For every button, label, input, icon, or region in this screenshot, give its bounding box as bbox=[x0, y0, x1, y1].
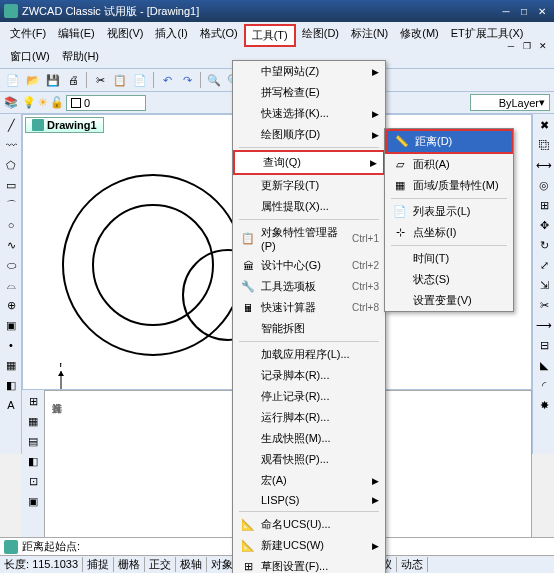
rectangle-icon[interactable]: ▭ bbox=[2, 176, 20, 194]
status-toggle[interactable]: 捕捉 bbox=[83, 557, 114, 572]
menu-item[interactable]: 记录脚本(R)... bbox=[233, 365, 385, 386]
menu-item[interactable]: 属性提取(X)... bbox=[233, 196, 385, 217]
status-toggle[interactable]: 正交 bbox=[145, 557, 176, 572]
submenu-item[interactable]: 📏距离(D) bbox=[385, 129, 513, 154]
status-toggle[interactable]: 栅格 bbox=[114, 557, 145, 572]
menu-item[interactable]: 帮助(H) bbox=[56, 47, 105, 66]
doc-restore-button[interactable]: ❐ bbox=[520, 40, 534, 52]
doc-minimize-button[interactable]: ─ bbox=[504, 40, 518, 52]
status-toggle[interactable]: 极轴 bbox=[176, 557, 207, 572]
submenu-item[interactable]: 时间(T) bbox=[385, 248, 513, 269]
rotate-icon[interactable]: ↻ bbox=[535, 236, 553, 254]
menu-item[interactable]: 加载应用程序(L)... bbox=[233, 344, 385, 365]
stretch-icon[interactable]: ⇲ bbox=[535, 276, 553, 294]
erase-icon[interactable]: ✖ bbox=[535, 116, 553, 134]
menu-item[interactable]: 查询(Q)▶ bbox=[233, 150, 385, 175]
ellipse-icon[interactable]: ⬭ bbox=[2, 256, 20, 274]
extend-icon[interactable]: ⟶ bbox=[535, 316, 553, 334]
menu-item[interactable]: 🏛设计中心(G)Ctrl+2 bbox=[233, 255, 385, 276]
panel-btn[interactable]: ▦ bbox=[24, 412, 42, 430]
menu-item[interactable]: 更新字段(T) bbox=[233, 175, 385, 196]
menu-item[interactable]: 格式(O) bbox=[194, 24, 244, 47]
copy-icon[interactable]: 📋 bbox=[111, 71, 129, 89]
menu-item[interactable]: 运行脚本(R)... bbox=[233, 407, 385, 428]
menu-item[interactable]: 工具(T) bbox=[244, 24, 296, 47]
layer-combo[interactable]: 0 bbox=[66, 95, 146, 111]
menu-item[interactable]: 📐命名UCS(U)... bbox=[233, 514, 385, 535]
move-icon[interactable]: ✥ bbox=[535, 216, 553, 234]
panel-btn[interactable]: ⊞ bbox=[24, 392, 42, 410]
panel-btn[interactable]: ◧ bbox=[24, 452, 42, 470]
submenu-item[interactable]: ▦面域/质量特性(M) bbox=[385, 175, 513, 196]
close-button[interactable]: ✕ bbox=[534, 4, 550, 18]
panel-btn[interactable]: ▣ bbox=[24, 492, 42, 510]
submenu-item[interactable]: 状态(S) bbox=[385, 269, 513, 290]
scale-icon[interactable]: ⤢ bbox=[535, 256, 553, 274]
menu-item[interactable]: 文件(F) bbox=[4, 24, 52, 47]
layer-icon[interactable]: 📚 bbox=[4, 96, 18, 109]
sun-icon[interactable]: ☀ bbox=[38, 96, 48, 109]
undo-icon[interactable]: ↶ bbox=[158, 71, 176, 89]
trim-icon[interactable]: ✂ bbox=[535, 296, 553, 314]
insert-icon[interactable]: ⊕ bbox=[2, 296, 20, 314]
menu-item[interactable]: 📐新建UCS(W)▶ bbox=[233, 535, 385, 556]
array-icon[interactable]: ⊞ bbox=[535, 196, 553, 214]
menu-item[interactable]: ⊞草图设置(F)... bbox=[233, 556, 385, 573]
break-icon[interactable]: ⊟ bbox=[535, 336, 553, 354]
maximize-button[interactable]: □ bbox=[516, 4, 532, 18]
fillet-icon[interactable]: ◜ bbox=[535, 376, 553, 394]
minimize-button[interactable]: ─ bbox=[498, 4, 514, 18]
status-toggle[interactable]: 动态 bbox=[397, 557, 428, 572]
submenu-item[interactable]: ⊹点坐标(I) bbox=[385, 222, 513, 243]
menu-item[interactable]: 📋对象特性管理器(P)Ctrl+1 bbox=[233, 222, 385, 255]
text-icon[interactable]: A bbox=[2, 396, 20, 414]
menu-item[interactable]: 宏(A)▶ bbox=[233, 470, 385, 491]
menu-item[interactable]: 智能拆图 bbox=[233, 318, 385, 339]
menu-item[interactable]: 窗口(W) bbox=[4, 47, 56, 66]
menu-item[interactable]: 中望网站(Z)▶ bbox=[233, 61, 385, 82]
doc-close-button[interactable]: ✕ bbox=[536, 40, 550, 52]
submenu-item[interactable]: 📄列表显示(L) bbox=[385, 201, 513, 222]
redo-icon[interactable]: ↷ bbox=[178, 71, 196, 89]
arc-icon[interactable]: ⌒ bbox=[2, 196, 20, 214]
panel-btn[interactable]: ▤ bbox=[24, 432, 42, 450]
offset-icon[interactable]: ◎ bbox=[535, 176, 553, 194]
menu-item[interactable]: 编辑(E) bbox=[52, 24, 101, 47]
menu-item[interactable]: 🖩快速计算器Ctrl+8 bbox=[233, 297, 385, 318]
menu-item[interactable]: 插入(I) bbox=[149, 24, 193, 47]
panel-btn[interactable]: ⊡ bbox=[24, 472, 42, 490]
explode-icon[interactable]: ✸ bbox=[535, 396, 553, 414]
menu-item[interactable]: 拼写检查(E) bbox=[233, 82, 385, 103]
submenu-item[interactable]: 设置变量(V) bbox=[385, 290, 513, 311]
circle-icon[interactable]: ○ bbox=[2, 216, 20, 234]
mirror-icon[interactable]: ⟷ bbox=[535, 156, 553, 174]
bulb-icon[interactable]: 💡 bbox=[22, 96, 36, 109]
new-icon[interactable]: 📄 bbox=[4, 71, 22, 89]
menu-item[interactable]: 🔧工具选项板Ctrl+3 bbox=[233, 276, 385, 297]
ellipse-arc-icon[interactable]: ⌓ bbox=[2, 276, 20, 294]
menu-item[interactable]: 观看快照(P)... bbox=[233, 449, 385, 470]
menu-item[interactable]: 生成快照(M)... bbox=[233, 428, 385, 449]
region-icon[interactable]: ◧ bbox=[2, 376, 20, 394]
menu-item[interactable]: 绘图顺序(D)▶ bbox=[233, 124, 385, 145]
menu-item[interactable]: 视图(V) bbox=[101, 24, 150, 47]
menu-item[interactable]: 修改(M) bbox=[394, 24, 445, 47]
spline-icon[interactable]: ∿ bbox=[2, 236, 20, 254]
polyline-icon[interactable]: 〰 bbox=[2, 136, 20, 154]
menu-item[interactable]: LISP(S)▶ bbox=[233, 491, 385, 509]
submenu-item[interactable]: ▱面积(A) bbox=[385, 154, 513, 175]
line-icon[interactable]: ╱ bbox=[2, 116, 20, 134]
linetype-combo[interactable]: ByLayer ▾ bbox=[470, 94, 550, 111]
zoom-icon[interactable]: 🔍 bbox=[205, 71, 223, 89]
save-icon[interactable]: 💾 bbox=[44, 71, 62, 89]
open-icon[interactable]: 📂 bbox=[24, 71, 42, 89]
copy-obj-icon[interactable]: ⿻ bbox=[535, 136, 553, 154]
print-icon[interactable]: 🖨 bbox=[64, 71, 82, 89]
menu-item[interactable]: 停止记录(R)... bbox=[233, 386, 385, 407]
hatch-icon[interactable]: ▦ bbox=[2, 356, 20, 374]
drawing-tab[interactable]: Drawing1 bbox=[25, 117, 104, 133]
polygon-icon[interactable]: ⬠ bbox=[2, 156, 20, 174]
lock-icon[interactable]: 🔓 bbox=[50, 96, 64, 109]
chamfer-icon[interactable]: ◣ bbox=[535, 356, 553, 374]
menu-item[interactable]: 快速选择(K)...▶ bbox=[233, 103, 385, 124]
